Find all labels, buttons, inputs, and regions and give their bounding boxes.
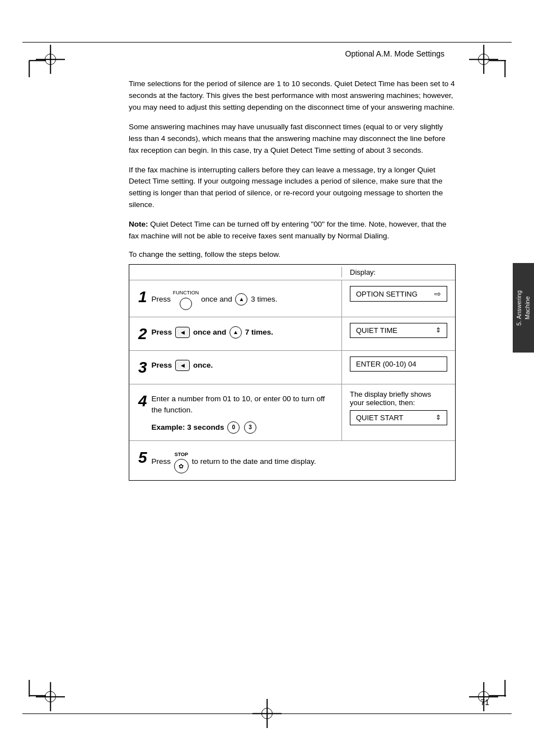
header-title: Optional A.M. Mode Settings (345, 49, 444, 58)
step-4-content: Enter a number from 01 to 10, or enter 0… (152, 391, 332, 434)
reg-mark-bc (257, 703, 277, 724)
function-label: FUNCTION (173, 289, 199, 297)
note-label: Note: (129, 220, 148, 228)
step-2-left: 2 Press ◀ once and ▲ 7 times. (129, 317, 342, 350)
note-paragraph: Note: Quiet Detect Time can be turned of… (129, 219, 456, 242)
top-border (22, 42, 512, 43)
btn-0[interactable]: 0 (227, 421, 240, 434)
step-5-stop-btn-wrapper: STOP ✿ (173, 451, 190, 473)
steps-header-right-label: Display: (342, 267, 455, 278)
step-4-example: Example: 3 seconds 0 3 (152, 421, 332, 434)
side-tab-text: 5. AnsweringMachine (515, 290, 532, 326)
step-1-once-and: once and (201, 295, 232, 303)
step-4-row: 4 Enter a number from 01 to 10, or enter… (129, 384, 455, 442)
step-1-press: Press (152, 295, 171, 303)
up-arrow-button-2[interactable]: ▲ (229, 326, 242, 339)
main-content: Time selections for the period of silenc… (129, 78, 456, 689)
step-5-number: 5 (138, 450, 147, 466)
step-1-right: OPTION SETTING ⇨ (342, 280, 455, 317)
step-5-row: 5 Press STOP ✿ to return to the date and… (129, 441, 455, 480)
step-4-display-area: The display briefly shows your selection… (350, 390, 447, 425)
to-change-line: To change the setting, follow the steps … (129, 250, 456, 259)
step-1-left: 1 Press FUNCTION once and ▲ 3 times. (129, 280, 342, 317)
step-1-display-value: OPTION SETTING (356, 290, 418, 298)
step-3-display-box: ENTER (00-10) 04 (350, 356, 447, 372)
step-1-row: 1 Press FUNCTION once and ▲ 3 times. (129, 280, 455, 317)
step-3-right: ENTER (00-10) 04 (342, 351, 455, 384)
note-text: Quiet Detect Time can be turned off by e… (129, 220, 447, 240)
step-5-content: Press STOP ✿ to return to the date and t… (152, 451, 316, 473)
step-2-number: 2 (138, 326, 147, 342)
steps-header-left (129, 267, 342, 278)
step-2-content: Press ◀ once and ▲ 7 times. (152, 324, 332, 339)
step-1-function-btn: FUNCTION (173, 289, 199, 310)
step-4-example-label: Example: 3 seconds (152, 423, 224, 431)
step-2-display-arrow: ⇕ (435, 326, 441, 334)
steps-box: Display: 1 Press FUNCTION once and ▲ (129, 264, 456, 481)
btn-3[interactable]: 3 (244, 421, 256, 434)
step-1-display-box: OPTION SETTING ⇨ (350, 286, 447, 302)
step-1-content: Press FUNCTION once and ▲ 3 times. (152, 287, 332, 310)
page-number: 71 (480, 698, 489, 707)
menu-button-3[interactable]: ◀ (175, 360, 190, 371)
step-3-press: Press (152, 361, 172, 369)
step-4-display-brief: The display briefly shows your selection… (350, 390, 447, 407)
reg-mark-bl (40, 687, 60, 707)
paragraph-3: If the fax machine is interrupting calle… (129, 165, 456, 212)
menu-button-2[interactable]: ◀ (175, 327, 190, 338)
page-header: Optional A.M. Mode Settings (129, 49, 456, 58)
step-2-display-value: QUIET TIME (356, 326, 397, 335)
step-1-times: 3 times. (251, 295, 277, 303)
paragraph-1: Time selections for the period of silenc… (129, 78, 456, 114)
step-4-display-value: QUIET START (356, 414, 404, 422)
step-1-number: 1 (138, 289, 147, 305)
step-3-content: Press ◀ once. (152, 358, 332, 371)
step-2-instruction: Press ◀ once and ▲ 7 times. (152, 326, 332, 339)
step-5-press: Press (152, 457, 171, 466)
step-4-main-text: Enter a number from 01 to 10, or enter 0… (152, 393, 332, 416)
step-3-left: 3 Press ◀ once. (129, 351, 342, 384)
step-2-display-box: QUIET TIME ⇕ (350, 323, 447, 338)
step-5-return-text: to return to the date and time display. (192, 457, 316, 466)
step-4-right: The display briefly shows your selection… (342, 384, 455, 441)
step-2-times: 7 times. (245, 327, 273, 336)
step-4-left: 4 Enter a number from 01 to 10, or enter… (129, 384, 342, 441)
step-3-once: once. (193, 361, 213, 369)
step-2-row: 2 Press ◀ once and ▲ 7 times. QUIET TIME… (129, 317, 455, 351)
stop-button[interactable]: ✿ (174, 459, 189, 473)
side-tab: 5. AnsweringMachine (513, 263, 534, 353)
step-2-right: QUIET TIME ⇕ (342, 317, 455, 350)
step-2-press: Press (152, 327, 172, 336)
step-3-display-value: ENTER (00-10) 04 (356, 360, 416, 368)
paragraph-2: Some answering machines may have unusual… (129, 121, 456, 157)
step-1-instruction: Press FUNCTION once and ▲ 3 times. (152, 289, 332, 310)
step-3-instruction: Press ◀ once. (152, 360, 332, 371)
steps-header-row: Display: (129, 265, 455, 280)
function-button-icon[interactable] (180, 298, 192, 310)
step-3-number: 3 (138, 360, 147, 375)
up-arrow-button-1[interactable]: ▲ (235, 293, 247, 306)
step-4-display-arrow: ⇕ (435, 414, 441, 421)
reg-mark-tl (40, 49, 60, 69)
step-1-display-arrow: ⇨ (434, 289, 441, 298)
step-4-display-box: QUIET START ⇕ (350, 410, 447, 425)
step-4-number: 4 (138, 393, 147, 409)
step-3-row: 3 Press ◀ once. ENTER (00-10) 04 (129, 351, 455, 384)
reg-mark-tr (474, 49, 494, 69)
stop-label: STOP (173, 451, 190, 459)
step-2-once-and: once and (193, 327, 226, 336)
